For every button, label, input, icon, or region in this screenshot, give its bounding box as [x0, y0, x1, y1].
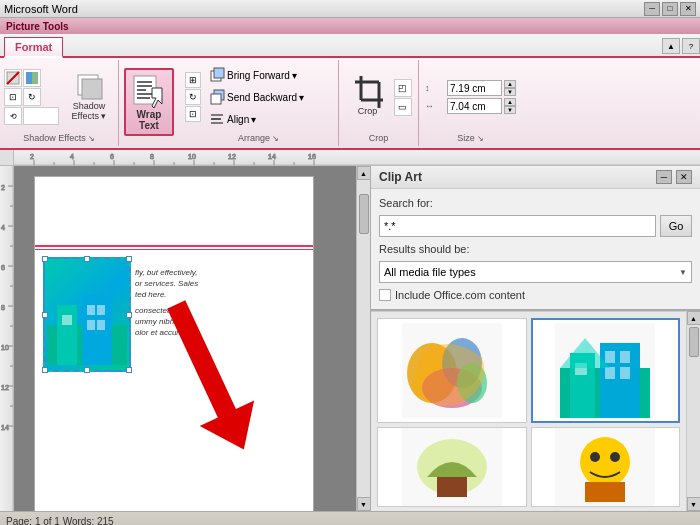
status-text: Page: 1 of 1 Words: 215 — [6, 516, 114, 525]
close-button[interactable]: ✕ — [680, 2, 696, 16]
clip-scroll-down[interactable]: ▼ — [687, 497, 701, 511]
include-office-row: Include Office.com content — [379, 289, 692, 301]
svg-rect-2 — [26, 72, 32, 84]
svg-point-101 — [610, 452, 620, 462]
picture-tools-label: Picture Tools — [6, 21, 69, 32]
clip-art-item-4[interactable] — [531, 427, 681, 507]
height-label: ↔ — [425, 101, 445, 111]
handle-tr[interactable] — [126, 256, 132, 262]
title-bar-title: Microsoft Word — [4, 3, 78, 15]
svg-rect-75 — [97, 320, 105, 330]
picture-tools-band: Picture Tools — [0, 18, 700, 34]
picture-color-btn-2[interactable] — [23, 69, 41, 87]
svg-rect-14 — [214, 68, 224, 78]
svg-rect-18 — [211, 118, 221, 120]
crop-button[interactable]: Crop — [346, 73, 390, 121]
ribbon-collapse-button[interactable]: ▲ — [662, 38, 680, 54]
picture-change-btn[interactable]: ↻ — [23, 88, 41, 106]
wrap-text-content: WrapText — [124, 62, 174, 142]
svg-rect-74 — [87, 320, 95, 330]
scroll-up-btn[interactable]: ▲ — [357, 166, 371, 180]
title-bar: Microsoft Word ─ □ ✕ — [0, 0, 700, 18]
help-button[interactable]: ? — [682, 38, 700, 54]
clip-art-body: Search for: Go Results should be: All me… — [371, 189, 700, 309]
search-label: Search for: — [379, 197, 692, 209]
bring-forward-button[interactable]: Bring Forward ▾ — [205, 65, 332, 85]
clip-art-results-grid — [371, 311, 686, 511]
clip-art-minimize-btn[interactable]: ─ — [656, 170, 672, 184]
selection-btn[interactable]: ⊞ — [185, 72, 201, 88]
svg-text:14: 14 — [268, 153, 276, 160]
height-row: ↔ ▲ ▼ — [425, 98, 516, 114]
svg-rect-76 — [62, 315, 72, 325]
crop-shape-btn[interactable]: ◰ — [394, 79, 412, 97]
arrange-group: ⊞ ↻ ⊡ Bring Forward ▾ — [179, 60, 339, 146]
maximize-button[interactable]: □ — [662, 2, 678, 16]
send-backward-icon — [209, 89, 225, 105]
search-input[interactable] — [379, 215, 656, 237]
shadow-effects-button[interactable]: ShadowEffects ▾ — [64, 68, 114, 126]
status-bar: Page: 1 of 1 Words: 215 — [0, 511, 700, 525]
svg-rect-89 — [620, 351, 630, 363]
picture-color-btn-1[interactable] — [4, 69, 22, 87]
doc-line-1 — [35, 245, 313, 247]
svg-text:6: 6 — [110, 153, 114, 160]
vertical-scrollbar[interactable]: ▲ ▼ — [356, 166, 370, 511]
width-spin-down[interactable]: ▼ — [504, 88, 516, 96]
handle-bc[interactable] — [84, 367, 90, 373]
ribbon: ⊡ ↻ ⟲ — [0, 58, 700, 150]
svg-text:4: 4 — [1, 224, 5, 231]
shadow-effects-label: ShadowEffects ▾ — [72, 102, 107, 122]
width-spin-up[interactable]: ▲ — [504, 80, 516, 88]
height-spinner: ▲ ▼ — [504, 98, 516, 114]
picture-reset-btn[interactable]: ⟲ — [4, 107, 22, 125]
svg-rect-91 — [620, 367, 630, 379]
handle-tc[interactable] — [84, 256, 90, 262]
clip-scroll-thumb[interactable] — [689, 327, 699, 357]
group-btn[interactable]: ⊡ — [185, 106, 201, 122]
handle-mr[interactable] — [126, 312, 132, 318]
clip-art-item-3[interactable] — [377, 427, 527, 507]
go-button[interactable]: Go — [660, 215, 692, 237]
picture-format-btn[interactable] — [23, 107, 59, 125]
rotate-btn[interactable]: ↻ — [185, 89, 201, 105]
svg-text:12: 12 — [228, 153, 236, 160]
include-office-checkbox[interactable] — [379, 289, 391, 301]
doc-line-2 — [35, 249, 313, 250]
width-input[interactable] — [447, 80, 502, 96]
scroll-down-btn[interactable]: ▼ — [357, 497, 371, 511]
clip-scroll-up[interactable]: ▲ — [687, 311, 701, 325]
svg-text:2: 2 — [30, 153, 34, 160]
handle-bl[interactable] — [42, 367, 48, 373]
doc-image[interactable] — [43, 257, 131, 372]
clip-art-close-btn[interactable]: ✕ — [676, 170, 692, 184]
align-button[interactable]: Align ▾ — [205, 109, 332, 129]
width-label: ↕ — [425, 83, 445, 93]
height-spin-up[interactable]: ▲ — [504, 98, 516, 106]
crop-ratio-btn[interactable]: ▭ — [394, 98, 412, 116]
handle-tl[interactable] — [42, 256, 48, 262]
height-input[interactable] — [447, 98, 502, 114]
wrap-text-button[interactable]: WrapText — [124, 68, 174, 136]
clip-art-item-1[interactable] — [377, 318, 527, 423]
handle-ml[interactable] — [42, 312, 48, 318]
clip-art-header: Clip Art ─ ✕ — [371, 166, 700, 189]
arrange-expand[interactable]: ↘ — [272, 134, 279, 143]
picture-compress-btn[interactable]: ⊡ — [4, 88, 22, 106]
handle-br[interactable] — [126, 367, 132, 373]
size-expand[interactable]: ↘ — [477, 134, 484, 143]
send-backward-button[interactable]: Send Backward ▾ — [205, 87, 332, 107]
clip-art-scrollbar[interactable]: ▲ ▼ — [686, 311, 700, 511]
clip-art-item-2[interactable] — [531, 318, 681, 423]
shadow-effects-expand[interactable]: ↘ — [88, 134, 95, 143]
tab-format[interactable]: Format — [4, 37, 63, 58]
document-canvas[interactable]: fly, but effectively, or services. Sales… — [14, 166, 370, 511]
svg-rect-72 — [87, 305, 95, 315]
svg-rect-16 — [211, 94, 221, 104]
scroll-thumb[interactable] — [359, 194, 369, 234]
height-spin-down[interactable]: ▼ — [504, 106, 516, 114]
minimize-button[interactable]: ─ — [644, 2, 660, 16]
media-type-value: All media file types — [384, 266, 679, 278]
media-type-dropdown[interactable]: All media file types ▼ — [379, 261, 692, 283]
svg-rect-70 — [57, 305, 77, 365]
